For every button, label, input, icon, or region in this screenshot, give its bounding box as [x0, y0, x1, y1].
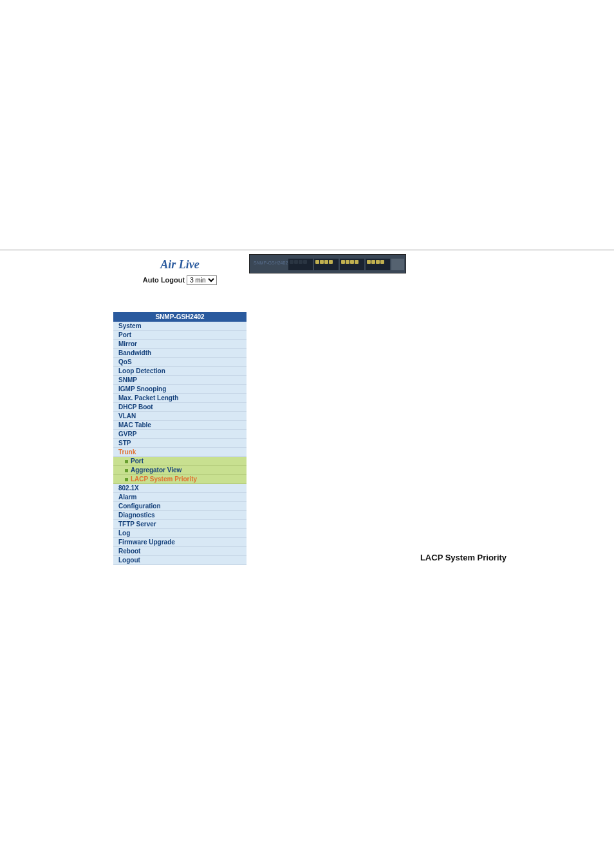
menu-mac-table[interactable]: MAC Table — [113, 421, 247, 430]
menu-qos[interactable]: QoS — [113, 358, 247, 367]
menu-8021x[interactable]: 802.1X — [113, 484, 247, 493]
menu-igmp-snooping[interactable]: IGMP Snooping — [113, 385, 247, 394]
menu-log[interactable]: Log — [113, 529, 247, 538]
bullet-icon — [125, 460, 128, 463]
menu-gvrp[interactable]: GVRP — [113, 430, 247, 439]
menu-mirror[interactable]: Mirror — [113, 340, 247, 349]
menu-snmp[interactable]: SNMP — [113, 376, 247, 385]
menu-tftp[interactable]: TFTP Server — [113, 520, 247, 529]
menu-firmware[interactable]: Firmware Upgrade — [113, 538, 247, 547]
menu-system[interactable]: System — [113, 322, 247, 331]
bullet-icon — [125, 469, 128, 472]
bullet-icon — [125, 478, 128, 481]
menu-trunk-port[interactable]: Port — [113, 457, 247, 466]
menu-reboot[interactable]: Reboot — [113, 547, 247, 556]
page-title: LACP System Priority — [315, 553, 586, 562]
menu-loop-detection[interactable]: Loop Detection — [113, 367, 247, 376]
menu-trunk-aggregator[interactable]: Aggregator View — [113, 466, 247, 475]
menu-port[interactable]: Port — [113, 331, 247, 340]
menu-diagnostics[interactable]: Diagnostics — [113, 511, 247, 520]
menu-bandwidth[interactable]: Bandwidth — [113, 349, 247, 358]
menu-trunk-lacp[interactable]: LACP System Priority — [113, 475, 247, 484]
menu-alarm[interactable]: Alarm — [113, 493, 247, 502]
menu-vlan[interactable]: VLAN — [113, 412, 247, 421]
menu-header: SNMP-GSH2402 — [113, 312, 247, 322]
menu-max-packet[interactable]: Max. Packet Length — [113, 394, 247, 403]
menu-logout[interactable]: Logout — [113, 556, 247, 565]
device-image: SNMP-GSH2402 — [249, 254, 406, 273]
menu-trunk[interactable]: Trunk — [113, 448, 247, 457]
menu-stp[interactable]: STP — [113, 439, 247, 448]
sidebar-menu: SNMP-GSH2402 System Port Mirror Bandwidt… — [113, 312, 247, 565]
auto-logout-label: Auto Logout — [143, 276, 185, 284]
brand-logo: Air Live — [160, 258, 200, 271]
menu-dhcp-boot[interactable]: DHCP Boot — [113, 403, 247, 412]
menu-configuration[interactable]: Configuration — [113, 502, 247, 511]
auto-logout-select[interactable]: 3 min — [187, 275, 217, 285]
